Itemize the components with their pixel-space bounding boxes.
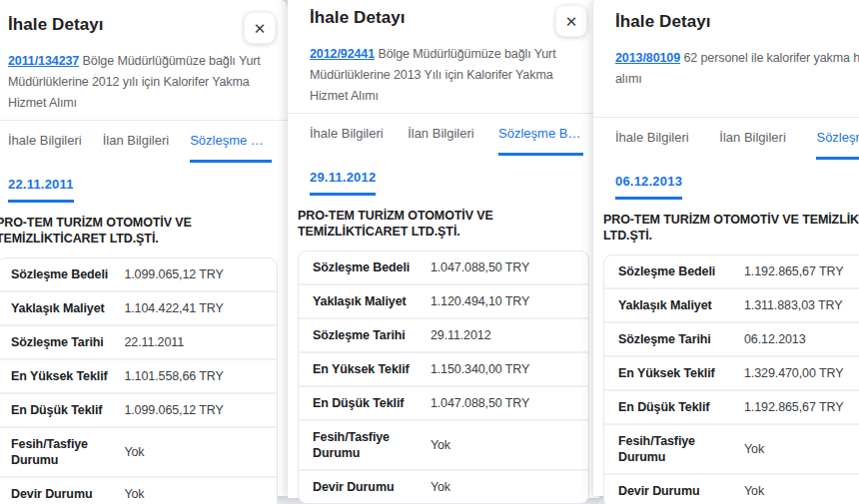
table-row: Sözleşme Bedeli 1.099.065,12 TRY bbox=[0, 258, 277, 290]
table-row: Fesih/Tasfiye Durumu Yok bbox=[299, 419, 588, 469]
field-label: Devir Durumu bbox=[618, 483, 744, 499]
tab-ilan-bilgileri[interactable]: İlan Bilgileri bbox=[103, 121, 169, 163]
contract-date-tab[interactable]: 29.11.2012 bbox=[310, 170, 376, 196]
field-label: Sözleşme Tarihi bbox=[313, 327, 430, 343]
tab-bar: İhale Bilgileri İlan Bilgileri Sözleşme … bbox=[615, 118, 859, 160]
close-icon: ✕ bbox=[254, 21, 267, 36]
tab-ihale-bilgileri[interactable]: İhale Bilgileri bbox=[615, 118, 689, 160]
field-label: Fesih/Tasfiye Durumu bbox=[618, 433, 744, 465]
field-label: Sözleşme Bedeli bbox=[618, 263, 744, 279]
table-row: Devir Durumu Yok bbox=[604, 473, 859, 504]
table-row: Sözleşme Bedeli 1.047.088,50 TRY bbox=[299, 252, 588, 283]
tender-summary: 2013/80109 62 personel ile kalorifer yak… bbox=[615, 48, 859, 111]
field-label: Yaklaşık Maliyet bbox=[618, 297, 744, 313]
modal-title: İhale Detayı bbox=[8, 14, 104, 36]
close-icon: ✕ bbox=[565, 14, 578, 29]
table-row: En Yüksek Teklif 1.101.558,66 TRY bbox=[0, 358, 277, 392]
field-label: Devir Durumu bbox=[11, 486, 124, 502]
table-row: En Düşük Teklif 1.047.088,50 TRY bbox=[299, 385, 588, 419]
field-label: En Düşük Teklif bbox=[313, 395, 430, 411]
field-value: 06.12.2013 bbox=[744, 331, 859, 347]
contract-info-table: Sözleşme Bedeli 1.047.088,50 TRY Yaklaşı… bbox=[298, 251, 589, 504]
field-label: Devir Durumu bbox=[313, 479, 430, 495]
modal-title: İhale Detayı bbox=[615, 11, 711, 33]
contract-info-table: Sözleşme Bedeli 1.099.065,12 TRY Yaklaşı… bbox=[0, 257, 278, 504]
tender-detail-modal-2013: İhale Detayı ✕ 2013/80109 62 personel il… bbox=[593, 0, 859, 496]
tender-number-link[interactable]: 2011/134237 bbox=[8, 54, 79, 68]
contractor-name: PRO-TEM TURİZM OTOMOTİV VE TEMİZLİKTİCAR… bbox=[603, 213, 859, 244]
table-row: Sözleşme Tarihi 22.11.2011 bbox=[0, 324, 277, 358]
field-value: 1.192.865,67 TRY bbox=[744, 399, 859, 415]
modal-body: PRO-TEM TURİZM OTOMOTİV VE TEMİZLİKTİCAR… bbox=[593, 213, 859, 504]
field-value: Yok bbox=[124, 486, 263, 502]
tab-bar: İhale Bilgileri İlan Bilgileri Sözleşme … bbox=[8, 121, 276, 163]
tender-detail-modal-2011: İhale Detayı ✕ 2011/134237 Bölge Müdürlü… bbox=[0, 0, 288, 496]
modal-body: PRO-TEM TURİZM OTOMOTİV VE TEMİZLİKTİCAR… bbox=[0, 216, 288, 504]
contract-date-tab[interactable]: 22.11.2011 bbox=[8, 177, 74, 203]
table-row: Devir Durumu Yok bbox=[0, 476, 277, 504]
field-value: Yok bbox=[430, 479, 574, 495]
field-label: Sözleşme Bedeli bbox=[313, 259, 430, 275]
tab-sozlesme-bilgileri[interactable]: Sözleşme Bilgileri bbox=[816, 118, 859, 160]
modal-header: İhale Detayı ✕ 2012/92441 Bölge Müdürlüğ… bbox=[288, 0, 599, 196]
table-row: En Yüksek Teklif 1.150.340,00 TRY bbox=[299, 351, 588, 385]
tender-number-link[interactable]: 2013/80109 bbox=[615, 51, 680, 65]
close-button[interactable]: ✕ bbox=[555, 5, 587, 37]
table-row: Yaklaşık Maliyet 1.311.883,03 TRY bbox=[604, 287, 859, 321]
contractor-name: PRO-TEM TURİZM OTOMOTİV VE TEMİZLİKTİCAR… bbox=[298, 209, 589, 240]
field-value: 1.099.065,12 TRY bbox=[124, 402, 263, 418]
field-label: En Düşük Teklif bbox=[618, 399, 744, 415]
table-row: Yaklaşık Maliyet 1.120.494,10 TRY bbox=[299, 283, 588, 317]
tab-ilan-bilgileri[interactable]: İlan Bilgileri bbox=[408, 114, 473, 156]
tab-sozlesme-bilgileri[interactable]: Sözleşme Bilgileri bbox=[498, 114, 583, 156]
field-value: 1.120.494,10 TRY bbox=[430, 293, 574, 309]
tender-summary: 2011/134237 Bölge Müdürlüğümüze bağlı Yu… bbox=[8, 51, 276, 114]
field-value: 1.047.088,50 TRY bbox=[430, 395, 574, 411]
field-value: 22.11.2011 bbox=[124, 334, 263, 350]
field-label: Fesih/Tasfiye Durumu bbox=[313, 429, 430, 461]
field-value: 1.101.558,66 TRY bbox=[124, 368, 263, 384]
field-value: 1.311.883,03 TRY bbox=[744, 297, 859, 313]
table-row: Sözleşme Tarihi 29.11.2012 bbox=[299, 317, 588, 351]
field-label: Yaklaşık Maliyet bbox=[11, 300, 124, 316]
table-row: Yaklaşık Maliyet 1.104.422,41 TRY bbox=[0, 290, 277, 324]
field-label: Fesih/Tasfiye Durumu bbox=[11, 436, 124, 468]
field-value: Yok bbox=[744, 441, 859, 457]
field-label: Sözleşme Tarihi bbox=[11, 334, 124, 350]
contract-info-table: Sözleşme Bedeli 1.192.865,67 TRY Yaklaşı… bbox=[603, 254, 859, 504]
tab-sozlesme-bilgileri[interactable]: Sözleşme Bilgileri bbox=[190, 121, 272, 163]
field-value: Yok bbox=[744, 483, 859, 499]
field-value: 1.329.470,00 TRY bbox=[744, 365, 859, 381]
table-row: En Düşük Teklif 1.099.065,12 TRY bbox=[0, 392, 277, 426]
modal-body: PRO-TEM TURİZM OTOMOTİV VE TEMİZLİKTİCAR… bbox=[288, 209, 599, 504]
modal-header: İhale Detayı ✕ 2011/134237 Bölge Müdürlü… bbox=[0, 0, 288, 203]
tender-summary: 2012/92441 Bölge Müdürlüğümüze bağlı Yur… bbox=[310, 44, 587, 107]
contract-date-tab[interactable]: 06.12.2013 bbox=[615, 174, 682, 200]
modal-header: İhale Detayı ✕ 2013/80109 62 personel il… bbox=[593, 0, 859, 200]
tab-ihale-bilgileri[interactable]: İhale Bilgileri bbox=[310, 114, 384, 156]
tab-ilan-bilgileri[interactable]: İlan Bilgileri bbox=[719, 118, 785, 160]
field-label: En Yüksek Teklif bbox=[618, 365, 744, 381]
field-label: En Yüksek Teklif bbox=[313, 361, 430, 377]
field-value: 1.099.065,12 TRY bbox=[124, 266, 263, 282]
table-row: Fesih/Tasfiye Durumu Yok bbox=[604, 423, 859, 473]
table-row: Sözleşme Tarihi 06.12.2013 bbox=[604, 321, 859, 355]
table-row: Fesih/Tasfiye Durumu Yok bbox=[0, 426, 277, 476]
table-row: En Yüksek Teklif 1.329.470,00 TRY bbox=[604, 355, 859, 389]
table-row: Devir Durumu Yok bbox=[299, 469, 588, 503]
tender-number-link[interactable]: 2012/92441 bbox=[310, 47, 375, 61]
field-label: En Yüksek Teklif bbox=[11, 368, 124, 384]
field-value: 1.192.865,67 TRY bbox=[744, 263, 859, 279]
modal-title: İhale Detayı bbox=[310, 7, 406, 29]
field-value: 29.11.2012 bbox=[430, 327, 574, 343]
close-button[interactable]: ✕ bbox=[244, 12, 276, 44]
contractor-name: PRO-TEM TURİZM OTOMOTİV VE TEMİZLİKTİCAR… bbox=[0, 216, 278, 247]
tender-detail-modal-2012: İhale Detayı ✕ 2012/92441 Bölge Müdürlüğ… bbox=[288, 0, 599, 498]
field-label: Sözleşme Tarihi bbox=[618, 331, 744, 347]
field-label: Yaklaşık Maliyet bbox=[313, 293, 430, 309]
field-value: 1.150.340,00 TRY bbox=[430, 361, 574, 377]
table-row: Sözleşme Bedeli 1.192.865,67 TRY bbox=[604, 255, 859, 287]
table-row: En Düşük Teklif 1.192.865,67 TRY bbox=[604, 389, 859, 423]
tab-ihale-bilgileri[interactable]: İhale Bilgileri bbox=[8, 121, 82, 163]
field-label: En Düşük Teklif bbox=[11, 402, 124, 418]
